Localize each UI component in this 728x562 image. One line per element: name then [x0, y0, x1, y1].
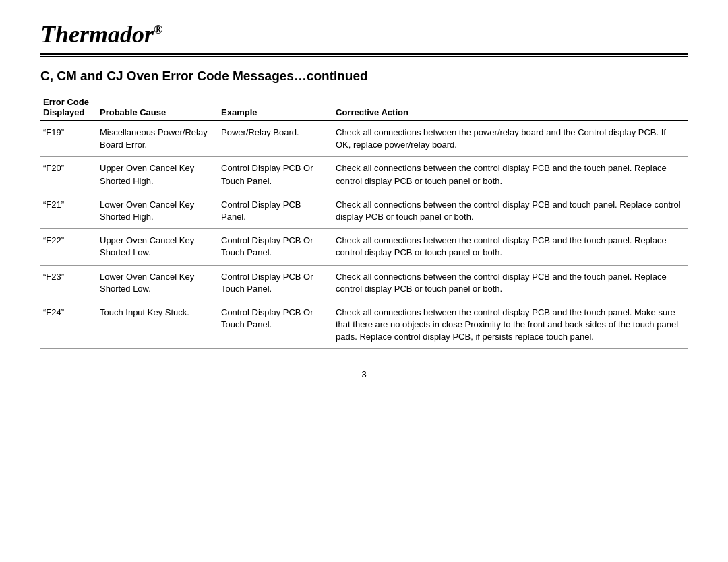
table-row: “F22”Upper Oven Cancel Key Shorted Low.C… [40, 229, 688, 265]
cell-cause: Miscellaneous Power/Relay Board Error. [94, 121, 216, 157]
cell-action: Check all connections between the contro… [330, 229, 688, 265]
cell-example: Control Display PCB Panel. [216, 193, 330, 228]
cell-action: Check all connections between the contro… [330, 265, 688, 301]
cell-cause: Touch Input Key Stuck. [94, 301, 216, 349]
header-probable-cause: Probable Cause [94, 96, 216, 121]
cell-code: “F20” [40, 157, 94, 193]
header-corrective-action: Corrective Action [330, 96, 688, 121]
brand-name: Thermador [40, 21, 154, 48]
header-divider-thick [40, 53, 688, 55]
cell-code: “F19” [40, 121, 94, 157]
table-row: “F19”Miscellaneous Power/Relay Board Err… [40, 121, 688, 157]
cell-example: Control Display PCB Or Touch Panel. [216, 157, 330, 193]
table-row: “F24”Touch Input Key Stuck.Control Displ… [40, 301, 688, 349]
table-row: “F20”Upper Oven Cancel Key Shorted High.… [40, 157, 688, 193]
error-code-table: Error Code Displayed Probable Cause Exam… [40, 96, 688, 349]
cell-cause: Lower Oven Cancel Key Shorted Low. [94, 265, 216, 301]
table-row: “F21”Lower Oven Cancel Key Shorted High.… [40, 193, 688, 228]
cell-action: Check all connections between the contro… [330, 301, 688, 349]
cell-code: “F24” [40, 301, 94, 349]
table-body: “F19”Miscellaneous Power/Relay Board Err… [40, 121, 688, 349]
header-section: Thermador® [40, 20, 688, 57]
cell-cause: Lower Oven Cancel Key Shorted High. [94, 193, 216, 228]
header-divider-thin [40, 56, 688, 57]
cell-example: Control Display PCB Or Touch Panel. [216, 301, 330, 349]
header-error-code-line1: Error Code [43, 97, 89, 107]
cell-example: Control Display PCB Or Touch Panel. [216, 229, 330, 265]
error-table-container: Error Code Displayed Probable Cause Exam… [40, 96, 688, 349]
cell-cause: Upper Oven Cancel Key Shorted High. [94, 157, 216, 193]
cell-code: “F23” [40, 265, 94, 301]
table-row: “F23”Lower Oven Cancel Key Shorted Low.C… [40, 265, 688, 301]
header-error-code-line2: Displayed [43, 107, 89, 117]
page-title: C, CM and CJ Oven Error Code Messages…co… [40, 69, 688, 84]
cell-cause: Upper Oven Cancel Key Shorted Low. [94, 229, 216, 265]
cell-code: “F21” [40, 193, 94, 228]
header-error-code: Error Code Displayed [40, 96, 94, 121]
cell-action: Check all connections between the contro… [330, 157, 688, 193]
cell-action: Check all connections between the power/… [330, 121, 688, 157]
registered-symbol: ® [154, 23, 162, 36]
header-example: Example [216, 96, 330, 121]
cell-example: Control Display PCB Or Touch Panel. [216, 265, 330, 301]
cell-code: “F22” [40, 229, 94, 265]
cell-action: Check all connections between the contro… [330, 193, 688, 228]
cell-example: Power/Relay Board. [216, 121, 330, 157]
page-number: 3 [40, 369, 688, 379]
table-header-row: Error Code Displayed Probable Cause Exam… [40, 96, 688, 121]
brand-logo: Thermador® [40, 20, 688, 49]
